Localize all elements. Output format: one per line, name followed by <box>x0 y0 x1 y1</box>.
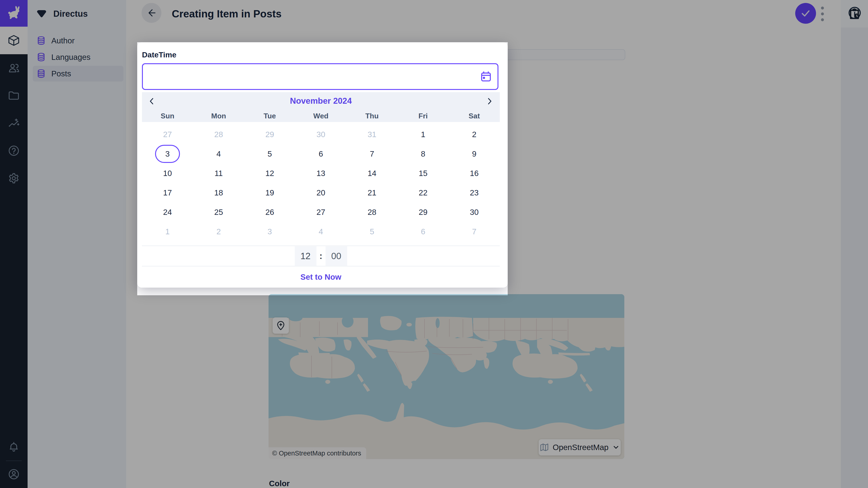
map-add-marker-button[interactable] <box>273 318 289 334</box>
calendar-day[interactable]: 2 <box>449 125 500 144</box>
calendar-dropdown: November 2024 SunMonTueWedThuFriSat 2728… <box>142 92 500 241</box>
calendar-day[interactable]: 27 <box>142 125 193 144</box>
module-docs[interactable] <box>0 137 28 164</box>
next-month-button[interactable] <box>484 95 495 107</box>
calendar-day[interactable]: 10 <box>142 164 193 183</box>
calendar-day[interactable]: 23 <box>449 183 500 202</box>
calendar-day[interactable]: 25 <box>193 202 244 222</box>
calendar-day[interactable]: 13 <box>295 164 346 183</box>
gear-icon <box>8 172 20 184</box>
calendar-day[interactable]: 5 <box>244 144 295 164</box>
calendar-day[interactable]: 15 <box>398 164 449 183</box>
color-field-label: Color <box>269 479 289 488</box>
minute-input[interactable]: 00 <box>326 246 347 266</box>
weekday-label: Tue <box>244 110 295 122</box>
datetime-input[interactable] <box>149 64 480 89</box>
module-settings[interactable] <box>0 164 28 192</box>
calendar-day[interactable]: 18 <box>193 183 244 202</box>
calendar-day[interactable]: 31 <box>346 125 398 144</box>
calendar-day[interactable]: 7 <box>449 222 500 241</box>
calendar-day[interactable]: 28 <box>346 202 398 222</box>
weekday-row: SunMonTueWedThuFriSat <box>142 110 500 122</box>
check-icon <box>800 8 811 19</box>
calendar-day[interactable]: 29 <box>398 202 449 222</box>
calendar-day[interactable]: 12 <box>244 164 295 183</box>
info-button[interactable] <box>847 5 862 20</box>
module-bar <box>0 0 28 488</box>
map-layer-label: OpenStreetMap <box>553 443 609 452</box>
map-layer-button[interactable]: OpenStreetMap <box>539 439 621 455</box>
calendar-day[interactable]: 24 <box>142 202 193 222</box>
calendar-day[interactable]: 19 <box>244 183 295 202</box>
calendar-day[interactable]: 20 <box>295 183 346 202</box>
calendar-day[interactable]: 28 <box>193 125 244 144</box>
calendar-day[interactable]: 26 <box>244 202 295 222</box>
calendar-day[interactable]: 21 <box>346 183 398 202</box>
month-title[interactable]: November 2024 <box>142 92 500 110</box>
module-users[interactable] <box>0 54 28 82</box>
sidebar-item-languages[interactable]: Languages <box>33 49 123 65</box>
module-content[interactable] <box>0 27 28 54</box>
datetime-field-label: DateTime <box>142 51 176 59</box>
weekday-label: Thu <box>346 110 398 122</box>
box-icon <box>8 35 20 46</box>
page-title: Creating Item in Posts <box>172 0 282 28</box>
project-name: Directus <box>53 9 88 19</box>
calendar-day[interactable]: 1 <box>142 222 193 241</box>
calendar-day[interactable]: 22 <box>398 183 449 202</box>
calendar-button[interactable] <box>480 70 492 83</box>
calendar-day[interactable]: 17 <box>142 183 193 202</box>
notifications-button[interactable] <box>0 433 28 461</box>
datetime-popup: DateTime November 2024 SunMonTueWedThuFr… <box>137 42 508 288</box>
calendar-day[interactable]: 30 <box>295 125 346 144</box>
calendar-day[interactable]: 1 <box>398 125 449 144</box>
calendar-day[interactable]: 2 <box>193 222 244 241</box>
sidebar-item-posts[interactable]: Posts <box>33 66 123 82</box>
calendar-day[interactable]: 11 <box>193 164 244 183</box>
calendar-day[interactable]: 30 <box>449 202 500 222</box>
users-icon <box>8 62 20 74</box>
more-options-button[interactable] <box>818 5 827 22</box>
calendar-day[interactable]: 27 <box>295 202 346 222</box>
calendar-day[interactable]: 6 <box>398 222 449 241</box>
bell-icon <box>8 441 20 453</box>
account-button[interactable] <box>0 460 28 488</box>
database-icon <box>36 36 46 45</box>
module-insights[interactable] <box>0 109 28 137</box>
time-colon: : <box>316 251 326 261</box>
calendar-day[interactable]: 5 <box>346 222 398 241</box>
calendar-day[interactable]: 3 <box>244 222 295 241</box>
sidebar-item-author[interactable]: Author <box>33 33 123 48</box>
calendar-day[interactable]: 7 <box>346 144 398 164</box>
map-field[interactable] <box>269 294 624 459</box>
database-icon <box>36 53 46 62</box>
calendar-day[interactable]: 29 <box>244 125 295 144</box>
calendar-day[interactable]: 6 <box>295 144 346 164</box>
save-button[interactable] <box>795 3 816 24</box>
weekday-label: Sun <box>142 110 193 122</box>
project-gem-icon <box>36 9 48 18</box>
calendar-day[interactable]: 9 <box>449 144 500 164</box>
info-icon <box>848 6 862 20</box>
directus-logo[interactable] <box>0 0 28 28</box>
calendar-day[interactable]: 4 <box>295 222 346 241</box>
right-sidebar <box>841 0 868 488</box>
nav-sidebar: Directus Author Languages Posts <box>28 0 126 488</box>
weekday-label: Wed <box>295 110 346 122</box>
calendar-day[interactable]: 8 <box>398 144 449 164</box>
map-pin-plus-icon <box>276 320 286 331</box>
help-icon <box>8 145 20 157</box>
calendar-day-selected[interactable]: 3 <box>142 144 193 164</box>
set-to-now-row: Set to Now <box>142 266 500 288</box>
calendar-day[interactable]: 14 <box>346 164 398 183</box>
map-attribution: © OpenStreetMap contributors <box>269 447 366 459</box>
chevron-down-icon <box>612 444 620 451</box>
hour-input[interactable]: 12 <box>295 246 316 266</box>
calendar-day[interactable]: 4 <box>193 144 244 164</box>
calendar-day[interactable]: 16 <box>449 164 500 183</box>
module-files[interactable] <box>0 82 28 109</box>
back-button[interactable] <box>142 3 161 23</box>
set-to-now-button[interactable]: Set to Now <box>301 272 341 282</box>
sidebar-item-label: Languages <box>51 53 90 62</box>
project-header[interactable]: Directus <box>28 0 126 28</box>
